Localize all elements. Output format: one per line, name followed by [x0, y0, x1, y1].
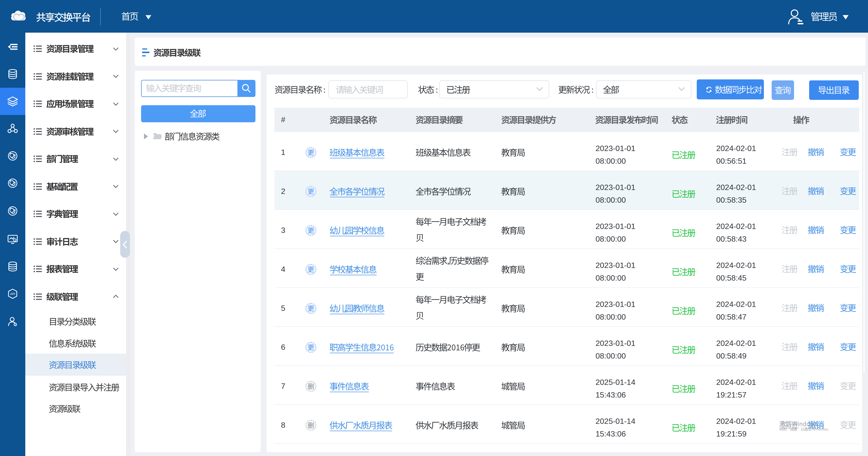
svg-text:API: API — [10, 292, 15, 296]
